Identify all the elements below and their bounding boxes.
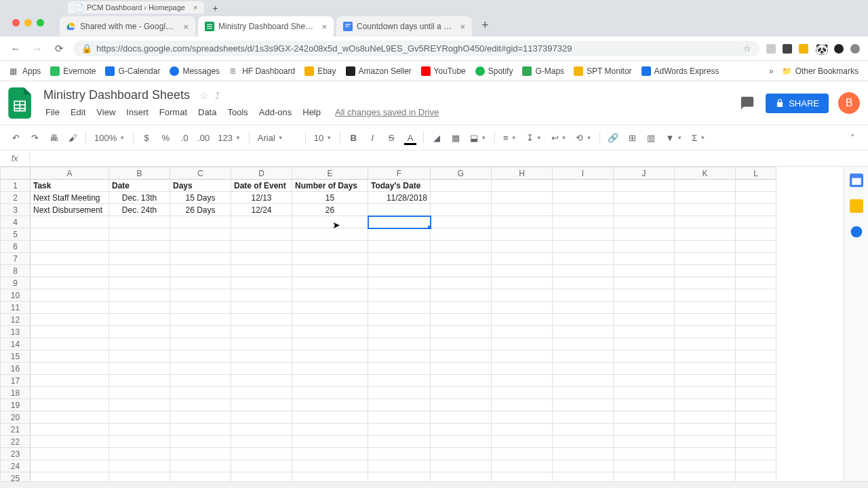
cell[interactable]: [292, 460, 368, 472]
cell[interactable]: [431, 216, 492, 228]
cell[interactable]: [553, 326, 614, 338]
row-header[interactable]: 9: [1, 277, 31, 289]
row-header[interactable]: 2: [1, 192, 31, 204]
cell[interactable]: [368, 204, 431, 216]
menu-view[interactable]: View: [92, 105, 120, 119]
cell[interactable]: [31, 411, 109, 424]
print-button[interactable]: 🖶: [45, 129, 62, 146]
close-tab-icon[interactable]: ×: [321, 22, 327, 32]
cell[interactable]: [736, 277, 776, 289]
strikethrough-button[interactable]: S: [382, 129, 400, 146]
bookmark-gcalendar[interactable]: G-Calendar: [105, 66, 160, 76]
cell[interactable]: [109, 289, 170, 302]
cell[interactable]: [170, 375, 231, 387]
cell[interactable]: [109, 363, 170, 375]
account-avatar[interactable]: B: [838, 92, 860, 114]
column-header[interactable]: D: [231, 167, 292, 180]
back-button[interactable]: ←: [8, 41, 23, 56]
row-header[interactable]: 16: [1, 363, 31, 375]
cell[interactable]: [109, 448, 170, 460]
cell[interactable]: [614, 424, 675, 436]
functions-button[interactable]: Σ▼: [688, 133, 709, 143]
cell[interactable]: [109, 350, 170, 363]
cell[interactable]: [170, 472, 231, 482]
cell[interactable]: [492, 375, 553, 387]
cell[interactable]: [368, 375, 431, 387]
maximize-window-button[interactable]: [37, 19, 44, 26]
comments-button[interactable]: [738, 94, 756, 112]
cell[interactable]: [736, 289, 776, 302]
cell[interactable]: [492, 436, 553, 448]
cell[interactable]: [292, 302, 368, 314]
cell[interactable]: [675, 375, 736, 387]
cell[interactable]: [492, 265, 553, 277]
cell[interactable]: Dec. 24th: [109, 204, 170, 216]
cell[interactable]: [614, 472, 675, 482]
cell[interactable]: [614, 192, 675, 204]
row-header[interactable]: 23: [1, 448, 31, 460]
cell[interactable]: [170, 302, 231, 314]
cell[interactable]: [675, 228, 736, 241]
cell[interactable]: [431, 411, 492, 424]
cell[interactable]: [170, 277, 231, 289]
cell[interactable]: [553, 302, 614, 314]
cell[interactable]: [109, 472, 170, 482]
new-top-tab-button[interactable]: +: [207, 3, 223, 14]
ext-icon[interactable]: [850, 44, 860, 54]
cell[interactable]: [231, 216, 292, 228]
row-header[interactable]: 25: [1, 472, 31, 482]
cell[interactable]: [492, 460, 553, 472]
other-bookmarks[interactable]: 📁Other Bookmarks: [782, 66, 859, 76]
cell[interactable]: [368, 338, 431, 350]
url-bar[interactable]: 🔒 https://docs.google.com/spreadsheets/d…: [73, 41, 760, 56]
cell[interactable]: [31, 289, 109, 302]
bookmark-hf[interactable]: 🗎HF Dashboard: [229, 66, 295, 76]
cell[interactable]: [368, 277, 431, 289]
cell[interactable]: [231, 241, 292, 253]
horizontal-scrollbar[interactable]: [0, 481, 868, 488]
star-bookmark-icon[interactable]: ☆: [743, 43, 751, 54]
cell[interactable]: Date: [109, 180, 170, 192]
reload-button[interactable]: ⟳: [52, 41, 66, 56]
filter-button[interactable]: ▼▼: [661, 133, 686, 143]
column-header[interactable]: C: [170, 167, 231, 180]
row-header[interactable]: 6: [1, 241, 31, 253]
forward-button[interactable]: →: [30, 41, 45, 56]
cell[interactable]: [31, 399, 109, 411]
cell[interactable]: [675, 448, 736, 460]
spreadsheet-grid[interactable]: ABCDEFGHIJKL1TaskDateDaysDate of EventNu…: [0, 167, 844, 481]
menu-data[interactable]: Data: [193, 105, 221, 119]
bookmark-evernote[interactable]: Evernote: [50, 66, 96, 76]
cell[interactable]: [368, 216, 431, 228]
cell[interactable]: [31, 314, 109, 326]
cell[interactable]: [492, 253, 553, 265]
cell[interactable]: [109, 302, 170, 314]
row-header[interactable]: 12: [1, 314, 31, 326]
cell[interactable]: [736, 472, 776, 482]
cell[interactable]: [492, 424, 553, 436]
ext-icon[interactable]: 🐼: [815, 43, 827, 55]
ext-icon[interactable]: [799, 44, 808, 54]
cell[interactable]: [368, 228, 431, 241]
cell[interactable]: 12/13: [231, 192, 292, 204]
cell[interactable]: [492, 387, 553, 399]
cell[interactable]: [170, 350, 231, 363]
cell[interactable]: [553, 289, 614, 302]
bookmark-adwords[interactable]: AdWords Express: [642, 66, 719, 76]
cell[interactable]: [109, 387, 170, 399]
bold-button[interactable]: B: [344, 129, 362, 146]
cell[interactable]: [675, 326, 736, 338]
cell[interactable]: [492, 180, 553, 192]
cell[interactable]: [231, 375, 292, 387]
cell[interactable]: [736, 216, 776, 228]
cell[interactable]: [231, 363, 292, 375]
cell[interactable]: [170, 326, 231, 338]
column-header[interactable]: A: [31, 167, 109, 180]
collapse-toolbar-button[interactable]: ˄: [844, 129, 861, 146]
cell[interactable]: [170, 253, 231, 265]
cell[interactable]: [231, 277, 292, 289]
cell[interactable]: [553, 448, 614, 460]
borders-button[interactable]: ▦: [447, 129, 465, 146]
cell[interactable]: Today's Date: [368, 180, 431, 192]
cell[interactable]: [109, 460, 170, 472]
